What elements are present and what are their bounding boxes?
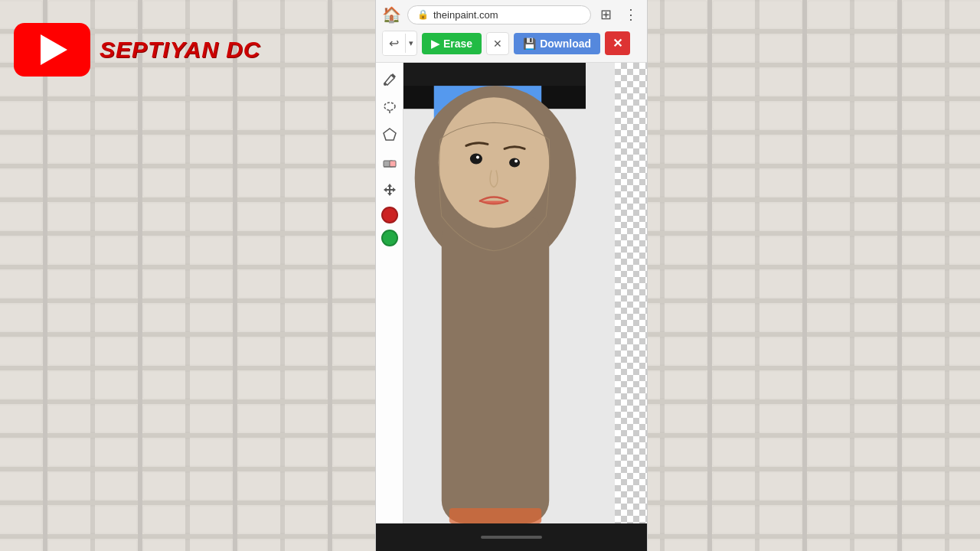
brush-tool-button[interactable] — [379, 69, 400, 90]
svg-point-6 — [384, 83, 387, 86]
download-icon: 💾 — [523, 37, 536, 50]
youtube-logo — [14, 23, 90, 77]
photo-canvas — [403, 63, 586, 523]
bottom-bar — [376, 523, 647, 551]
undo-group: ↩ ▾ — [382, 31, 417, 56]
lasso-tool-button[interactable] — [379, 96, 400, 118]
lock-icon: 🔒 — [417, 9, 429, 20]
editor-toolbar: ↩ ▾ ▶ Erase ✕ 💾 Download ✕ — [382, 29, 641, 57]
lasso-icon — [382, 99, 397, 115]
erase-close-button[interactable]: ✕ — [486, 32, 509, 55]
tools-panel — [376, 63, 403, 523]
polygon-tool-button[interactable] — [379, 124, 400, 145]
eraser-icon — [382, 155, 397, 170]
erase-label: Erase — [443, 37, 472, 50]
move-icon — [382, 182, 397, 197]
download-button[interactable]: 💾 Download — [514, 33, 600, 54]
address-bar[interactable]: 🔒 theinpaint.com — [407, 5, 591, 24]
svg-point-20 — [514, 159, 518, 162]
url-text: theinpaint.com — [433, 9, 498, 21]
move-tool-button[interactable] — [379, 179, 400, 201]
browser-top-bar: 🏠 🔒 theinpaint.com ⊞ ⋮ — [382, 5, 641, 24]
brush-icon — [382, 72, 397, 87]
svg-point-17 — [470, 153, 482, 164]
download-label: Download — [540, 37, 591, 50]
image-area — [403, 63, 647, 523]
svg-rect-10 — [390, 161, 396, 167]
svg-rect-15 — [442, 217, 549, 523]
browser-menu-button[interactable]: ⋮ — [621, 5, 641, 24]
play-icon — [41, 34, 67, 65]
svg-point-18 — [476, 155, 479, 158]
youtube-branding: SEPTIYAN DC — [14, 23, 260, 77]
svg-point-16 — [439, 97, 549, 228]
foreground-color-dot[interactable] — [381, 207, 398, 223]
erase-button[interactable]: ▶ Erase — [422, 33, 482, 54]
undo-dropdown-button[interactable]: ▾ — [405, 34, 416, 53]
browser-chrome: 🏠 🔒 theinpaint.com ⊞ ⋮ ↩ ▾ ▶ Erase ✕ — [376, 0, 647, 63]
eraser-tool-button[interactable] — [379, 152, 400, 173]
background-color-dot[interactable] — [381, 230, 398, 246]
home-indicator — [481, 536, 542, 539]
svg-point-7 — [384, 103, 395, 110]
undo-button[interactable]: ↩ — [383, 31, 405, 55]
svg-rect-13 — [403, 63, 586, 86]
erase-icon: ▶ — [431, 37, 439, 50]
transparent-area — [615, 63, 647, 523]
close-button[interactable]: ✕ — [605, 31, 630, 55]
home-button[interactable]: 🏠 — [382, 5, 401, 24]
mobile-browser-frame: 🏠 🔒 theinpaint.com ⊞ ⋮ ↩ ▾ ▶ Erase ✕ — [375, 0, 648, 551]
channel-name: SEPTIYAN DC — [100, 37, 260, 63]
svg-point-19 — [509, 158, 520, 167]
canvas-area — [376, 63, 647, 523]
svg-marker-8 — [384, 129, 396, 140]
svg-rect-21 — [449, 508, 541, 523]
polygon-icon — [382, 127, 397, 142]
new-tab-button[interactable]: ⊞ — [597, 5, 615, 24]
